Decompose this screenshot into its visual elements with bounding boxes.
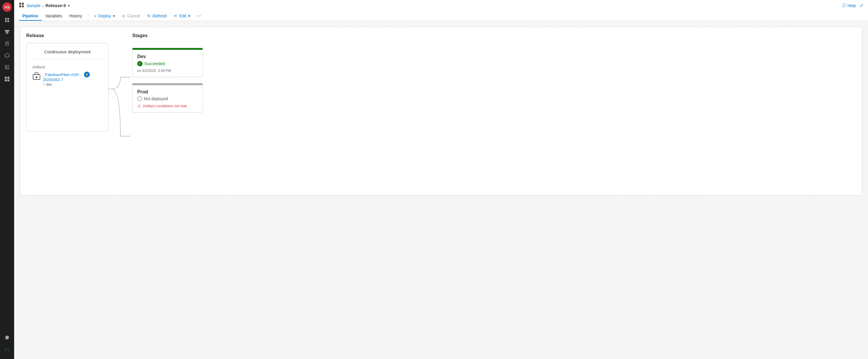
edit-chevron-icon: ▾ [188,13,190,18]
deploy-plus-icon: + [94,13,97,18]
svg-rect-4 [19,3,21,5]
stage-prod-status: Not deployed [137,96,198,101]
artifact-info: _FabrikamFiber-ASP... ⚡ 20200302.7 ⑂ dev [43,72,90,87]
svg-rect-6 [19,5,21,7]
svg-rect-1 [7,18,9,20]
sidebar-icon-repos[interactable] [2,39,12,48]
release-section: Release Continuous deployment Artifacts [26,33,108,189]
stage-dev-timestamp: on 3/2/2020, 3:38 PM [137,69,198,73]
stage-card-prod[interactable]: Prod Not deployed ⚠ Artifact conditions … [132,83,203,113]
release-section-title: Release [26,33,108,38]
artifact-branch-name: dev [46,83,52,87]
refresh-button[interactable]: ↻ Refresh [144,12,170,20]
svg-rect-3 [7,20,9,22]
toolbar-divider [88,12,88,20]
tab-variables[interactable]: Variables [42,11,66,21]
refresh-icon: ↻ [147,13,151,18]
edit-button[interactable]: ✏ Edit ▾ [170,12,194,20]
stage-dev-name: Dev [137,54,198,59]
artifact-download-icon [32,72,41,82]
svg-rect-0 [5,18,7,20]
stage-dev-body: Dev ✓ Succeeded on 3/2/2020, 3:38 PM [132,50,203,77]
stage-prod-status-label: Not deployed [144,96,168,101]
not-deployed-circle-icon [137,96,142,101]
sidebar-icon-pipelines[interactable] [2,27,12,36]
stages-list: Dev ✓ Succeeded on 3/2/2020, 3:38 PM [132,48,856,113]
stage-prod-warning-text: Artifact conditions not met [143,104,187,108]
tab-pipeline[interactable]: Pipeline [19,11,42,21]
pipeline-container: Release Continuous deployment Artifacts [20,27,862,195]
sidebar-icon-home[interactable] [2,15,12,25]
more-options-button[interactable]: ··· [194,11,204,21]
pipeline-canvas: Release Continuous deployment Artifacts [14,21,868,359]
lightning-badge: ⚡ [84,72,90,78]
artifact-version: 20200302.7 [43,78,90,82]
artifact-name: _FabrikamFiber-ASP... [43,73,82,77]
user-avatar: AS [2,2,12,12]
success-check-icon: ✓ [137,61,143,66]
edit-label: Edit [179,13,186,18]
sidebar-icon-testplans[interactable] [2,62,12,72]
artifact-branch: ⑂ dev [43,83,90,87]
topbar: Sample › Release-5 ▾ ⓘ Help ⤢ Pipeline V… [14,0,868,21]
deploy-label: Deploy [98,13,111,18]
stages-section-title: Stages [132,33,856,38]
pipeline-connector-svg [108,54,132,189]
cancel-label: Cancel [127,13,140,18]
warning-triangle-icon: ⚠ [137,104,141,108]
sidebar: AS [0,0,14,359]
breadcrumb-separator: › [42,3,43,8]
release-card-title: Continuous deployment [32,49,102,59]
artifact-item: _FabrikamFiber-ASP... ⚡ 20200302.7 ⑂ dev [32,72,102,87]
svg-rect-5 [22,3,24,5]
branch-icon: ⑂ [43,83,45,87]
stage-prod-name: Prod [137,89,198,94]
edit-pencil-icon: ✏ [174,13,178,18]
tab-history[interactable]: History [66,11,86,21]
breadcrumb-row: Sample › Release-5 ▾ ⓘ Help ⤢ [19,0,863,10]
help-label: Help [847,3,856,8]
toolbar: Pipeline Variables History + Deploy ▾ ⊘ … [19,10,863,21]
sidebar-icon-settings[interactable] [2,333,12,342]
help-circle-icon: ⓘ [842,3,846,8]
breadcrumb-release: Release-5 [45,3,66,8]
stage-dev-status: ✓ Succeeded [137,61,198,66]
sidebar-icon-boards[interactable] [2,74,12,84]
sidebar-icon-artifacts[interactable] [2,51,12,60]
artifacts-label: Artifacts [32,65,102,69]
svg-rect-7 [22,5,24,7]
svg-rect-2 [5,20,7,22]
deploy-button[interactable]: + Deploy ▾ [91,12,119,20]
stage-prod-warning: ⚠ Artifact conditions not met [137,104,198,108]
cancel-circle-icon: ⊘ [122,13,125,18]
expand-icon[interactable]: ⤢ [860,3,863,8]
help-link[interactable]: ⓘ Help [842,3,856,8]
refresh-label: Refresh [153,13,167,18]
stages-section: Stages Dev ✓ Succeeded on 3/2/2020, 3:38… [132,33,856,189]
breadcrumb-icon [19,2,24,8]
stage-card-dev[interactable]: Dev ✓ Succeeded on 3/2/2020, 3:38 PM [132,48,203,77]
cancel-button[interactable]: ⊘ Cancel [118,12,144,20]
breadcrumb-chevron-icon[interactable]: ▾ [68,3,70,8]
release-card: Continuous deployment Artifacts [26,43,108,132]
main-content: Sample › Release-5 ▾ ⓘ Help ⤢ Pipeline V… [14,0,868,359]
sidebar-icon-security[interactable] [2,346,12,356]
breadcrumb-project[interactable]: Sample [27,3,40,8]
stage-prod-body: Prod Not deployed ⚠ Artifact conditions … [132,85,203,112]
deploy-chevron-icon: ▾ [113,13,115,18]
stage-dev-status-label: Succeeded [144,61,165,66]
